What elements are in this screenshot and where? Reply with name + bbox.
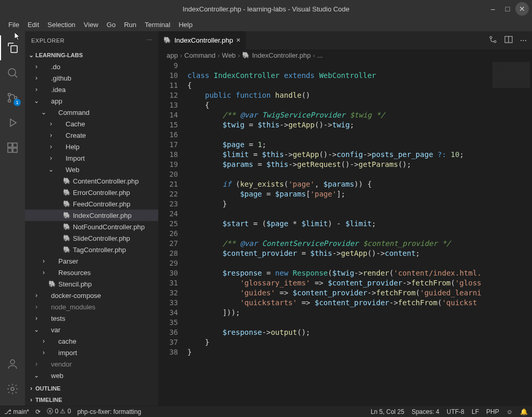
tab-indexcontroller[interactable]: 🐘 IndexController.php × <box>158 31 246 49</box>
menu-run[interactable]: Run <box>120 19 141 31</box>
chevron-down-icon: ⌄ <box>27 51 35 59</box>
chevron-right-icon: › <box>40 269 48 276</box>
indent-status[interactable]: Spaces: 4 <box>412 408 439 415</box>
chevron-right-icon: › <box>40 257 48 265</box>
menu-edit[interactable]: Edit <box>23 19 43 31</box>
chevron-right-icon: › <box>27 385 35 392</box>
crumb[interactable]: ... <box>317 51 323 59</box>
svg-rect-6 <box>8 148 12 152</box>
folder-icon <box>41 314 49 322</box>
file-item[interactable]: 🐘SlideController.php <box>25 232 158 244</box>
tree-item-label: import <box>58 349 77 357</box>
file-item[interactable]: 🐘IndexController.php <box>25 210 158 221</box>
maximize-button[interactable]: □ <box>501 2 514 16</box>
file-item[interactable]: 🐘Stencil.php <box>25 278 158 290</box>
explorer-icon[interactable] <box>0 35 25 60</box>
folder-item[interactable]: ›Cache <box>25 118 158 129</box>
close-button[interactable]: ✕ <box>515 2 529 16</box>
tree-item-label: app <box>51 97 62 105</box>
file-item[interactable]: 🐘ContentController.php <box>25 175 158 187</box>
split-editor-icon[interactable] <box>504 35 513 45</box>
window-controls: – □ ✕ <box>486 2 529 16</box>
breadcrumbs[interactable]: app› Command› Web› 🐘 IndexController.php… <box>158 49 532 61</box>
folder-icon <box>41 62 49 71</box>
folder-item[interactable]: ›Help <box>25 141 158 152</box>
editor-actions: ⋯ <box>484 31 532 49</box>
folder-item[interactable]: ›tests <box>25 312 158 324</box>
chevron-down-icon: ⌄ <box>40 109 48 116</box>
folder-item[interactable]: ⌄Web <box>25 164 158 175</box>
folder-item[interactable]: ›.github <box>25 72 158 84</box>
chevron-down-icon: ⌄ <box>32 326 41 333</box>
file-tree[interactable]: ›.do›.github›.idea⌄app⌄Command›Cache›Cre… <box>25 61 158 383</box>
sync-icon[interactable]: ⟳ <box>35 408 41 415</box>
folder-item[interactable]: ›Create <box>25 129 158 141</box>
notifications-icon[interactable]: 🔔 <box>520 408 528 415</box>
crumb[interactable]: app <box>167 51 178 59</box>
folder-item[interactable]: ›.idea <box>25 84 158 95</box>
extensions-icon[interactable] <box>0 135 25 160</box>
encoding-status[interactable]: UTF-8 <box>447 408 464 415</box>
folder-item[interactable]: ›docker-compose <box>25 290 158 301</box>
folder-item[interactable]: ›Import <box>25 152 158 164</box>
outline-section-header[interactable]: › OUTLINE <box>25 383 158 394</box>
run-debug-icon[interactable] <box>0 110 25 135</box>
formatter-status[interactable]: php-cs-fixer: formatting <box>77 408 141 415</box>
folder-item[interactable]: ⌄web <box>25 370 158 381</box>
php-file-icon: 🐘 <box>62 211 71 219</box>
minimap-content <box>492 62 530 88</box>
folder-item[interactable]: ›cache <box>25 335 158 347</box>
file-item[interactable]: 🐘FeedController.php <box>25 198 158 210</box>
code-content[interactable]: class IndexController extends WebControl… <box>187 61 490 406</box>
tree-item-label: ErrorController.php <box>73 189 130 197</box>
tab-bar: 🐘 IndexController.php × ⋯ <box>158 31 532 49</box>
folder-item[interactable]: ›vendor <box>25 358 158 370</box>
crumb[interactable]: Web <box>222 51 236 59</box>
folder-item[interactable]: ›.do <box>25 61 158 72</box>
crumb[interactable]: IndexController.php <box>252 51 311 59</box>
branch-indicator[interactable]: ⎇ main* <box>4 408 29 415</box>
timeline-label: TIMELINE <box>35 397 62 403</box>
editor-area: 🐘 IndexController.php × ⋯ app› Command› … <box>158 31 532 406</box>
file-item[interactable]: 🐘TagController.php <box>25 244 158 255</box>
folder-icon <box>48 268 56 277</box>
folder-item[interactable]: ⌄var <box>25 324 158 335</box>
file-item[interactable]: 🐘NotFoundController.php <box>25 221 158 232</box>
svg-rect-7 <box>13 148 17 152</box>
source-control-icon[interactable]: 1 <box>0 85 25 110</box>
minimize-button[interactable]: – <box>486 2 500 16</box>
editor-more-icon[interactable]: ⋯ <box>520 36 527 44</box>
chevron-right-icon: › <box>27 396 35 403</box>
folder-item[interactable]: ›Resources <box>25 267 158 278</box>
eol-status[interactable]: LF <box>472 408 479 415</box>
compare-changes-icon[interactable] <box>489 35 497 45</box>
file-item[interactable]: 🐘ErrorController.php <box>25 187 158 198</box>
folder-item[interactable]: ›Parser <box>25 255 158 267</box>
menu-file[interactable]: File <box>4 19 23 31</box>
timeline-section-header[interactable]: › TIMELINE <box>25 394 158 406</box>
tree-item-label: tests <box>51 315 65 322</box>
folder-item[interactable]: ⌄app <box>25 95 158 107</box>
menu-view[interactable]: View <box>80 19 103 31</box>
minimap[interactable] <box>490 61 532 406</box>
code-area[interactable]: 9101112131415161718192021222324252627282… <box>158 61 532 406</box>
language-status[interactable]: PHP <box>486 408 499 415</box>
project-section-header[interactable]: ⌄ LEARNING-LABS <box>25 49 158 61</box>
crumb[interactable]: Command <box>184 51 216 59</box>
folder-item[interactable]: ⌄Command <box>25 107 158 118</box>
folder-item[interactable]: ›import <box>25 347 158 358</box>
cursor-position[interactable]: Ln 5, Col 25 <box>371 408 404 415</box>
folder-item[interactable]: ›node_modules <box>25 301 158 312</box>
search-icon[interactable] <box>0 60 25 85</box>
problems-indicator[interactable]: ⓧ 0 ⚠ 0 <box>47 407 71 416</box>
sidebar-more-icon[interactable]: ⋯ <box>146 37 153 44</box>
menu-help[interactable]: Help <box>174 19 197 31</box>
feedback-icon[interactable]: ☺ <box>506 408 513 415</box>
menu-terminal[interactable]: Terminal <box>141 19 174 31</box>
menu-selection[interactable]: Selection <box>43 19 79 31</box>
menu-go[interactable]: Go <box>103 19 120 31</box>
accounts-icon[interactable] <box>0 351 25 376</box>
tree-item-label: Import <box>66 154 85 162</box>
settings-icon[interactable] <box>0 376 25 401</box>
close-icon[interactable]: × <box>236 36 240 44</box>
